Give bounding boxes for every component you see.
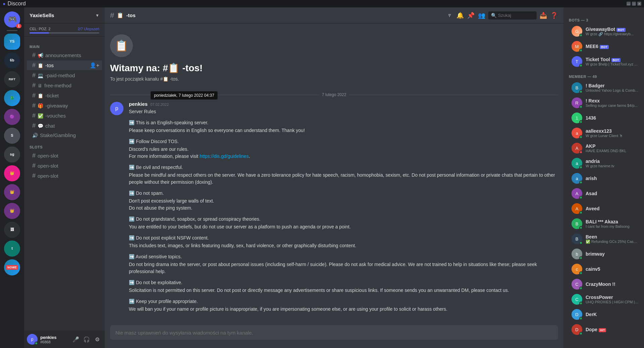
member-bali[interactable]: B BALI *** Akaza I cant far from my Bali… — [566, 216, 641, 231]
server-icon-nowe[interactable]: NOWE — [4, 259, 20, 275]
member-dope[interactable]: D Dope HIT — [566, 322, 641, 337]
chevron-down-icon: ▼ — [95, 13, 99, 18]
messages-area[interactable]: 📋 Witamy na: #📋 -tos! To jest początek k… — [105, 24, 563, 325]
server-icon-teal[interactable]: t — [4, 241, 20, 257]
mute-button[interactable]: 🎤 — [71, 335, 81, 344]
server-icon-rift[interactable]: RIFT — [4, 71, 20, 87]
member-crosspower[interactable]: C CrossPower UHQ PROXIES | HIGH CPM | B.… — [566, 292, 641, 307]
member-been[interactable]: B Been ✅ Refunding GCs 25%| Cash... — [566, 231, 641, 246]
channel-item-free-method[interactable]: # 🖥 free-method — [27, 81, 102, 90]
channel-item-vouches[interactable]: # ✅ -vouches — [27, 111, 102, 121]
search-bar[interactable]: 🔍 — [488, 11, 537, 19]
deafen-button[interactable]: 🎧 — [82, 335, 91, 344]
server-icon-purple2[interactable]: 👑 — [4, 203, 20, 219]
message-header: penkies poniedziałek, 7 lutego 2022 04:3… — [129, 101, 558, 107]
member-brimway[interactable]: b brimway — [566, 247, 641, 261]
member-giveawaybot[interactable]: G GiveawayBot BOT W grze 🔗 https://givea… — [566, 24, 641, 39]
pin-icon-btn[interactable]: 📌 — [467, 11, 475, 19]
user-controls: 🎤 🎧 ⚙ — [71, 335, 102, 344]
search-input[interactable] — [498, 13, 534, 18]
message-author-avatar: p — [110, 102, 123, 115]
member-rexx[interactable]: R ! Rexx Selling sugar cane farms $4/p..… — [566, 95, 641, 110]
channel-item-giveaway[interactable]: # 🎁 -giveaway — [27, 101, 102, 111]
bell-icon-btn[interactable]: 🔔 — [456, 11, 464, 19]
server-icon-dark[interactable]: 🖼 — [4, 222, 20, 238]
member-info: cainv5 — [586, 266, 639, 272]
settings-button[interactable]: ⚙ — [93, 335, 102, 344]
member-crazymoon[interactable]: C CrazyMoon !! — [566, 277, 641, 292]
channel-item-open-slot-1[interactable]: # open-slot — [27, 151, 102, 161]
member-akp[interactable]: A AKP HAVE EXAMS DND BKL — [566, 141, 641, 156]
member-info: aalleexx123 W grze Lunar Client 🖱 — [586, 128, 639, 138]
server-icon-yaxiesells[interactable]: YS — [4, 34, 20, 50]
member-asad[interactable]: A Asad — [566, 186, 641, 201]
server-icon-s[interactable]: S — [4, 128, 20, 144]
member-avatar-giveawaybot: G — [572, 26, 582, 37]
channel-item-ticket[interactable]: # 📋 -ticket — [27, 91, 102, 100]
channel-header-name: -tos — [126, 12, 136, 18]
member-info: ! Rexx Selling sugar cane farms $4/p... — [586, 98, 639, 107]
channel-item-announcements[interactable]: # 📢 announcements — [27, 50, 102, 60]
channel-item-chat[interactable]: # 💬 chat — [27, 121, 102, 131]
message-input[interactable] — [115, 330, 553, 336]
server-icon-5[interactable]: 🟣 — [4, 109, 20, 125]
close-button[interactable]: ✕ — [637, 2, 641, 6]
server-name-header[interactable]: YaxieSells ▼ — [24, 7, 105, 24]
member-avatar-been: B — [572, 233, 582, 244]
message-author-name[interactable]: penkies — [129, 101, 148, 107]
channel-item-open-slot-2[interactable]: # open-slot — [27, 161, 102, 171]
username: penkies — [40, 335, 68, 340]
member-name: BALI *** Akaza — [586, 219, 639, 224]
server-icon-4[interactable]: 🐉 — [4, 90, 20, 106]
user-status-dot — [35, 342, 38, 345]
quest-progress-bar — [30, 32, 99, 34]
status-dot — [579, 241, 583, 245]
channel-header-emoji-icon: 📋 — [117, 12, 123, 18]
member-aveed[interactable]: A Aveed — [566, 201, 641, 216]
member-avatar-dope: D — [572, 324, 582, 335]
member-info: andria W grze hanime.tv — [586, 159, 639, 168]
member-cainv5[interactable]: c cainv5 — [566, 262, 641, 276]
status-dot — [579, 90, 583, 93]
user-info: penkies #6868 — [40, 335, 68, 344]
member-derk[interactable]: D DerK — [566, 307, 641, 322]
member-name: GiveawayBot BOT — [586, 27, 639, 32]
member-arish[interactable]: a arish — [566, 171, 641, 186]
minimize-button[interactable]: — — [627, 2, 631, 6]
member-avatar-ticket-tool: T — [572, 56, 582, 67]
server-icon-sg[interactable]: sg — [4, 146, 20, 163]
channel-item-stake[interactable]: 🔊 Stake/Gambling — [27, 131, 102, 139]
member-info: GiveawayBot BOT W grze 🔗 https://giveawy… — [586, 27, 639, 36]
help-icon-btn[interactable]: ❓ — [550, 11, 558, 19]
channel-item-open-slot-3[interactable]: # open-slot — [27, 171, 102, 181]
channel-hash-icon: # — [32, 112, 36, 119]
member-badger[interactable]: B ! Badger Unlooted Yahoo Logs & Comb... — [566, 80, 641, 95]
members-icon-btn[interactable]: 👥 — [478, 11, 486, 19]
server-discord-home[interactable]: 🎮 1 — [4, 11, 20, 28]
channel-welcome-title: Witamy na: #📋 -tos! — [110, 62, 558, 74]
channel-header: # 📋 -tos 🔔 📌 👥 🔍 📥 ❓ — [105, 7, 563, 24]
member-ticket-tool[interactable]: T Ticket Tool BOT W grze $help | TicketT… — [566, 54, 641, 69]
member-1436[interactable]: 1 1436 — [566, 111, 641, 125]
channel-hash-icon: # — [32, 92, 36, 99]
member-mee6[interactable]: M MEE6 BOT — [566, 39, 641, 54]
member-info: CrazyMoon !! — [586, 281, 639, 287]
server-name-label: YaxieSells — [30, 12, 54, 18]
server-icon-purple1[interactable]: 👑 — [4, 184, 20, 200]
hashtag-icon-btn[interactable] — [445, 11, 453, 19]
member-info: ! Badger Unlooted Yahoo Logs & Comb... — [586, 83, 639, 92]
guidelines-link[interactable]: https://dis.gd/guidelines — [200, 154, 249, 159]
channel-item-paid-method[interactable]: # 💻 -paid-method — [27, 71, 102, 80]
maximize-button[interactable]: □ — [632, 2, 636, 6]
bot-badge: BOT — [616, 28, 626, 32]
channel-item-tos[interactable]: # 📋 -tos 👤+ — [27, 60, 102, 70]
message-group: p penkies poniedziałek, 7 lutego 2022 04… — [105, 100, 563, 318]
member-avatar-akp: A — [572, 143, 582, 154]
member-aalleexx[interactable]: a aalleexx123 W grze Lunar Client 🖱 — [566, 126, 641, 140]
status-dot — [579, 181, 583, 184]
inbox-icon-btn[interactable]: 📥 — [539, 11, 547, 19]
member-andria[interactable]: a andria W grze hanime.tv — [566, 156, 641, 171]
server-icon-2[interactable]: 6b — [4, 52, 20, 69]
user-add-icon: 👤+ — [90, 62, 99, 69]
server-icon-pink[interactable]: 👑 — [4, 165, 20, 181]
